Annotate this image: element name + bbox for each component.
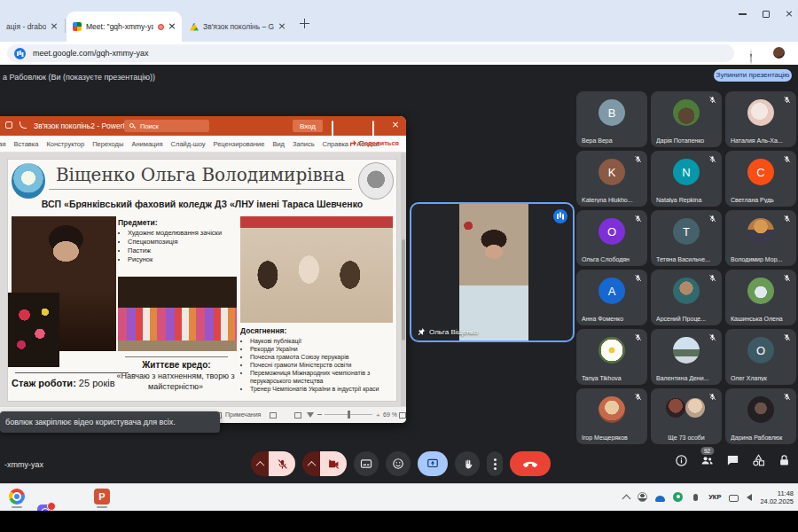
participant-tile[interactable]: Дарія Потапенко xyxy=(651,91,722,147)
participant-tile[interactable]: K Kateryna Hlukho... xyxy=(576,151,647,207)
avatar: A xyxy=(598,278,625,304)
tab-gmail[interactable]: ація - drabovluk@gm... xyxy=(0,12,64,42)
participant-name: Кашинська Олена xyxy=(731,316,793,322)
mic-off-icon xyxy=(634,155,642,163)
overflow-tile[interactable]: Ще 73 особи xyxy=(651,388,722,444)
zoom-in-icon[interactable]: + xyxy=(376,411,380,419)
chat-panel-button[interactable] xyxy=(726,454,739,467)
tab-close-icon[interactable] xyxy=(168,23,176,30)
avatar xyxy=(666,398,685,418)
mic-toggle-button[interactable] xyxy=(269,451,295,476)
ribbon-tab-design[interactable]: Конструктор xyxy=(46,140,84,148)
ribbon-tab-view[interactable]: Вид xyxy=(272,140,285,148)
tab-close-icon[interactable] xyxy=(51,23,58,30)
captions-icon xyxy=(360,458,372,470)
participant-name: Тетяна Васильче... xyxy=(656,256,718,262)
view-reading-icon[interactable] xyxy=(294,411,305,419)
shapes-icon xyxy=(752,454,765,467)
participant-tile[interactable]: Tanya Tikhova xyxy=(576,329,647,385)
tray-status-icon[interactable] xyxy=(673,492,683,502)
reactions-button[interactable] xyxy=(386,451,411,476)
participant-name: Kateryna Hlukho... xyxy=(582,197,644,203)
university-emblem xyxy=(358,162,394,200)
captions-button[interactable] xyxy=(354,451,379,476)
achievement-item: Почесні грамоти Міністерств освіти xyxy=(250,361,395,369)
letterbox-strip xyxy=(0,511,798,532)
tray-mic-icon[interactable] xyxy=(693,494,698,501)
tray-onedrive-icon[interactable] xyxy=(655,496,665,502)
ribbon-tab-transitions[interactable]: Переходы xyxy=(92,140,123,148)
zoom-slider-thumb[interactable] xyxy=(348,411,350,419)
participant-tile[interactable]: Арсений Проце... xyxy=(651,270,722,325)
view-slideshow-icon[interactable] xyxy=(307,411,317,418)
tab-close-icon[interactable] xyxy=(278,23,286,30)
taskbar-chrome-icon[interactable] xyxy=(9,489,25,505)
meeting-details-button[interactable] xyxy=(675,454,688,467)
stop-presenting-button[interactable]: Зупинити презентацію xyxy=(714,69,792,82)
clock[interactable]: 11:48 24.02.2025 xyxy=(760,489,796,505)
profile-avatar[interactable] xyxy=(773,47,785,59)
tab-meet[interactable]: Meet: "gqh-xmmy-yax" xyxy=(66,12,182,42)
fit-slide-icon[interactable] xyxy=(399,411,406,419)
participant-tile[interactable]: Наталия Аль-Ха... xyxy=(725,91,796,147)
slide-scrollbar[interactable] xyxy=(401,153,406,407)
taskbar-powerpoint-icon[interactable]: P xyxy=(94,489,110,505)
leave-call-button[interactable] xyxy=(510,451,551,476)
tray-volume-icon[interactable] xyxy=(747,494,752,501)
ppt-slide-canvas: Віщенко Ольга Володимирівна ВСП «Брянків… xyxy=(0,153,406,407)
close-window-icon[interactable] xyxy=(786,11,793,18)
participant-tile[interactable]: A Анна Фоменко xyxy=(576,270,647,325)
participant-tile[interactable]: B Вера Вера xyxy=(576,91,647,147)
participant-tile[interactable]: Валентина Дени... xyxy=(651,329,722,385)
zoom-out-icon[interactable] xyxy=(317,414,322,415)
bookmark-star-icon[interactable] xyxy=(750,49,752,65)
status-comments-button[interactable]: Примечания xyxy=(215,411,261,419)
mic-options-button[interactable] xyxy=(251,451,269,476)
tray-person-icon[interactable] xyxy=(638,492,647,502)
url-bar[interactable]: meet.google.com/gqh-xmmy-yax xyxy=(7,44,734,62)
ppt-share-button[interactable]: Поделиться xyxy=(350,139,399,147)
ribbon-tab-review[interactable]: Рецензирование xyxy=(214,140,265,148)
maximize-icon[interactable] xyxy=(763,11,770,18)
ribbon-tab-slideshow[interactable]: Слайд-шоу xyxy=(171,140,206,148)
ppt-search-box[interactable]: Поиск xyxy=(124,120,209,132)
ribbon-tab-animations[interactable]: Анимация xyxy=(131,140,162,148)
more-options-button[interactable] xyxy=(487,451,503,476)
activities-button[interactable] xyxy=(752,454,765,467)
participant-tile[interactable]: C Светлана Рудь xyxy=(725,151,796,207)
ribbon-tab-insert[interactable]: Вставка xyxy=(14,140,39,148)
participant-tile[interactable]: Ігор Мещеряков xyxy=(576,388,647,444)
ppt-title-bar[interactable]: Зв'язок поколінь2 - PowerPoint Поиск Вхо… xyxy=(0,116,406,136)
host-controls-button[interactable] xyxy=(778,454,791,467)
ribbon-tab-record[interactable]: Запись xyxy=(293,140,315,148)
view-normal-icon[interactable] xyxy=(270,411,280,419)
participant-tile[interactable]: T Тетяна Васильче... xyxy=(651,210,722,266)
quick-access-icons[interactable] xyxy=(5,121,27,129)
camera-toggle-button[interactable] xyxy=(320,451,347,476)
raise-hand-button[interactable] xyxy=(455,451,480,476)
ribbon-tab-help[interactable]: Справка xyxy=(323,140,348,148)
participant-tile[interactable]: O Ольга Слободян xyxy=(576,210,647,266)
new-tab-button[interactable] xyxy=(298,17,311,30)
tray-expand-icon[interactable] xyxy=(622,494,631,503)
language-indicator[interactable]: УКР xyxy=(708,493,721,501)
tray-display-icon[interactable] xyxy=(729,495,739,502)
participant-tile[interactable]: Дарина Рабовлюк xyxy=(725,388,796,444)
zoom-percent[interactable]: 69 % xyxy=(383,411,397,418)
present-button[interactable] xyxy=(418,451,448,476)
ppt-signin-button[interactable]: Вход xyxy=(293,120,323,132)
tab-google-doc[interactable]: Зв'язок поколінь – Google Д... xyxy=(184,12,292,42)
participant-tile[interactable]: Володимир Мор... xyxy=(725,210,796,266)
tab-sharing-icon[interactable] xyxy=(14,48,26,59)
call-controls xyxy=(251,451,551,476)
minimize-icon[interactable] xyxy=(739,13,747,14)
pinned-speaker-tile[interactable]: Ольга Віщенко xyxy=(410,202,575,342)
ribbon-tab-home[interactable]: Главная xyxy=(0,140,6,148)
people-panel-button[interactable]: 92 xyxy=(700,454,714,467)
camera-options-button[interactable] xyxy=(302,451,320,476)
participant-name: Ольга Слободян xyxy=(582,256,644,262)
participant-tile[interactable]: N Natalya Repkina xyxy=(651,151,722,207)
participant-tile[interactable]: O Олег Хлапук xyxy=(725,329,796,385)
participant-tile[interactable]: Кашинська Олена xyxy=(725,270,796,325)
subject-item: Пастиж xyxy=(128,246,240,255)
